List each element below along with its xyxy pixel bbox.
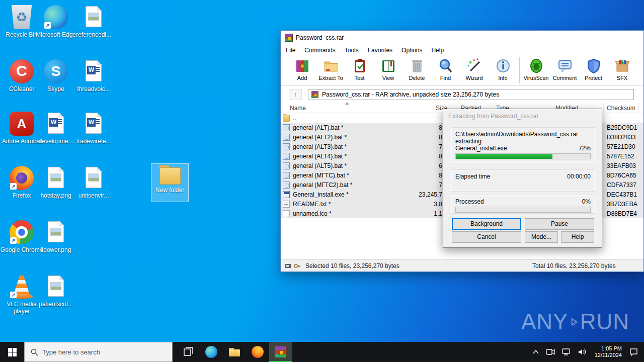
taskbar-edge-button[interactable] [200, 342, 223, 362]
sfx-button[interactable]: SFX [608, 56, 636, 85]
desktop-icon-label: unitsenvir... [72, 192, 115, 199]
tray-meet-now-button[interactable] [542, 342, 558, 362]
column-name[interactable]: Name [290, 105, 306, 112]
delete-button[interactable]: Delete [403, 56, 431, 85]
desktop-icon-patientscof[interactable]: patientscof... [34, 275, 77, 308]
pause-button[interactable]: Pause [525, 218, 594, 230]
anyrun-watermark: ANY RUN [521, 305, 629, 339]
menu-file[interactable]: File [286, 47, 295, 54]
info-button[interactable]: Info [489, 56, 517, 85]
add-button[interactable]: Add [288, 56, 316, 85]
virusscan-bug-icon [528, 58, 544, 74]
word-file-icon: W [82, 59, 106, 83]
extract-progress-group: C:\Users\admin\Downloads\Password_css.ra… [451, 127, 595, 163]
bat-file-icon [283, 182, 290, 189]
folder-icon [158, 165, 182, 186]
desktop-icon-tradewirele[interactable]: W tradewirele... [72, 112, 115, 145]
sfx-box-icon [614, 58, 630, 74]
cancel-button[interactable]: Cancel [452, 231, 521, 243]
file-explorer-icon [228, 346, 240, 358]
extract-to-button[interactable]: Extract To [316, 56, 345, 85]
desktop-icon-ilpower-png[interactable]: ilpower.png [34, 220, 77, 253]
comment-button[interactable]: Comment [550, 56, 579, 85]
menu-commands[interactable]: Commands [304, 47, 335, 54]
winrar-statusbar: Selected 10 files, 23,256,270 bytes Tota… [281, 259, 643, 272]
column-divider [603, 103, 604, 113]
taskbar-explorer-button[interactable] [223, 342, 246, 362]
mode-button[interactable]: Mode... [525, 231, 558, 243]
desktop-icon-skype[interactable]: S Skype [34, 59, 77, 93]
shortcut-arrow-icon: ↗ [44, 22, 51, 29]
tray-volume-button[interactable] [575, 342, 591, 362]
desktop-icon-developme[interactable]: W developme... [34, 112, 77, 145]
task-view-button[interactable] [177, 342, 200, 362]
firefox-icon [252, 346, 264, 358]
protect-button[interactable]: Protect [579, 56, 608, 85]
word-file-icon: W [44, 112, 68, 136]
find-magnifier-icon [438, 58, 454, 74]
clock-date: 12/11/2024 [595, 352, 622, 358]
winrar-address-row: ↑ Password_css.rar - RAR archive, unpack… [281, 86, 643, 103]
desktop-icon-hotstay-png[interactable]: hotstay.png [34, 166, 77, 199]
dialog-title[interactable]: Extracting from Password_css.rar [443, 109, 602, 123]
desktop-icon-label: hotstay.png [34, 192, 77, 199]
winrar-menubar: File Commands Tools Favorites Options He… [281, 45, 643, 56]
skype-icon: S [44, 59, 68, 83]
archive-address-text: Password_css.rar - RAR archive, unpacked… [322, 91, 499, 98]
processed-progress-bar [455, 207, 591, 213]
view-button[interactable]: View [374, 56, 403, 85]
action-center-button[interactable] [626, 342, 644, 362]
system-tray: 1:05 PM 12/11/2024 [529, 342, 644, 362]
desktop-icon-label: referencedi... [72, 31, 115, 38]
winrar-titlebar[interactable]: Password_css.rar [281, 31, 643, 45]
find-button[interactable]: Find [431, 56, 460, 85]
edge-icon: ↗ [44, 5, 68, 29]
taskbar: Type here to search 1:05 PM 12/11/2024 [0, 342, 644, 362]
archive-address-combo[interactable]: Password_css.rar - RAR archive, unpacked… [308, 89, 634, 100]
elapsed-time-label: Elapsed time [455, 173, 490, 180]
taskbar-winrar-button[interactable] [269, 342, 292, 362]
menu-tools[interactable]: Tools [345, 47, 359, 54]
status-selected-text: Selected 10 files, 23,256,270 bytes [305, 262, 399, 269]
menu-help[interactable]: Help [431, 47, 444, 54]
menu-options[interactable]: Options [401, 47, 422, 54]
toolbar-separator [519, 57, 520, 83]
column-checksum[interactable]: Checksum [607, 105, 635, 112]
up-one-level-button[interactable]: ↑ [289, 89, 302, 100]
winrar-app-icon [285, 34, 293, 42]
current-percent-text: 72% [579, 145, 591, 152]
test-button[interactable]: Test [345, 56, 374, 85]
archive-path-text: C:\Users\admin\Downloads\Password_css.ra… [455, 131, 591, 138]
help-button[interactable]: Help [561, 231, 594, 243]
tray-chevron-button[interactable] [529, 342, 542, 362]
virusscan-button[interactable]: VirusScan [522, 56, 550, 85]
desktop-icon-label: developme... [34, 138, 77, 145]
vlc-icon: ↗ [10, 275, 34, 299]
desktop-icon-threadvoic[interactable]: W threadvoic... [72, 59, 115, 93]
desktop-icon-unitsenvir[interactable]: unitsenvir... [72, 166, 115, 199]
start-button[interactable] [0, 342, 24, 362]
image-file-icon [82, 5, 106, 29]
desktop-icon-label: tradewirele... [72, 138, 115, 145]
menu-favorites[interactable]: Favorites [368, 47, 392, 54]
wizard-wand-icon [466, 58, 482, 74]
background-button[interactable]: Background [452, 218, 521, 230]
desktop-icon-label: ilpower.png [34, 246, 77, 253]
bat-file-icon [283, 162, 290, 169]
taskbar-firefox-button[interactable] [246, 342, 269, 362]
desktop-icon-microsoft-edge[interactable]: ↗ Microsoft Edge [34, 5, 77, 38]
column-divider [638, 103, 639, 113]
image-file-icon [44, 166, 68, 190]
taskbar-clock[interactable]: 1:05 PM 12/11/2024 [591, 345, 626, 358]
shortcut-arrow-icon: ↗ [10, 237, 17, 244]
chevron-up-icon [533, 350, 539, 354]
desktop-icon-new-folder[interactable]: New folder [151, 163, 189, 202]
extract-folder-icon [323, 58, 339, 74]
ico-file-icon [283, 210, 290, 217]
action-center-icon [629, 348, 638, 356]
search-placeholder: Type here to search [42, 348, 100, 356]
taskbar-search[interactable]: Type here to search [24, 342, 173, 362]
desktop-icon-referencedi[interactable]: referencedi... [72, 5, 115, 38]
wizard-button[interactable]: Wizard [460, 56, 489, 85]
tray-network-button[interactable] [558, 342, 575, 362]
